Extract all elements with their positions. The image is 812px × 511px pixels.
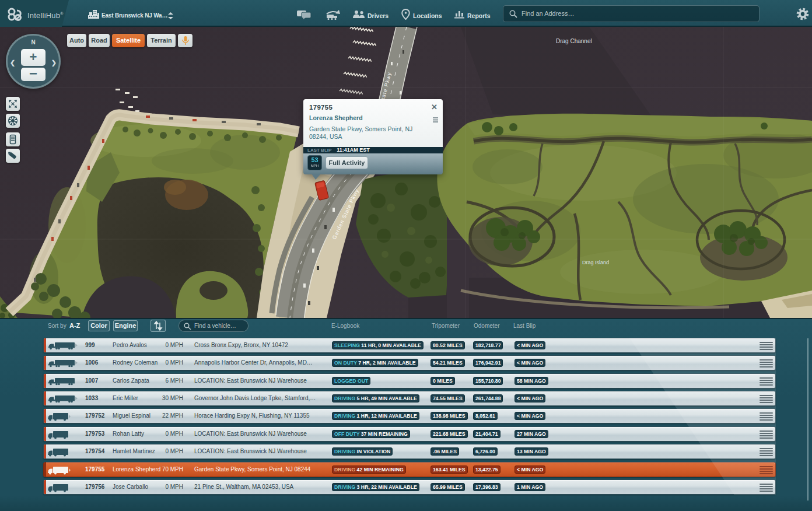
svg-text:Drag Channel: Drag Channel — [556, 38, 592, 44]
svg-text:Drag Island: Drag Island — [582, 260, 609, 265]
